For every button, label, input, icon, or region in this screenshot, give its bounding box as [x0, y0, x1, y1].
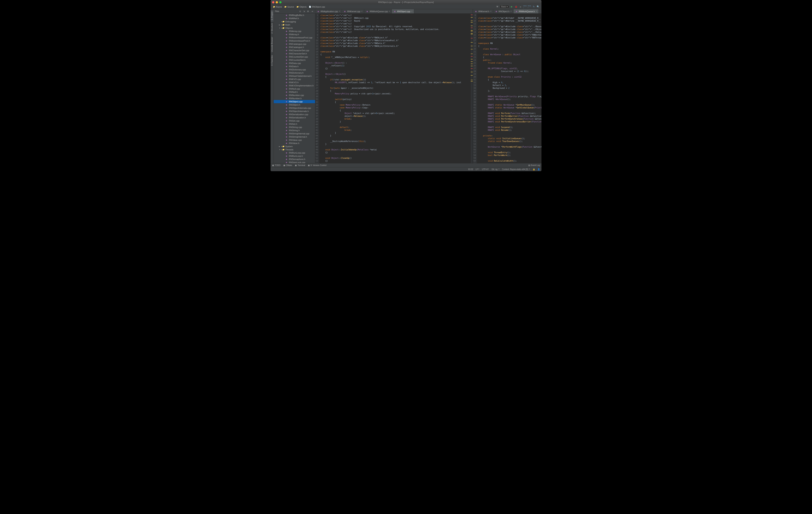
- code-line[interactable]: [320, 70, 470, 73]
- overview-marker[interactable]: [471, 75, 473, 76]
- code-line[interactable]: [478, 148, 542, 151]
- overview-marker[interactable]: [471, 72, 473, 72]
- debug-button[interactable]: 🐞: [514, 5, 518, 8]
- close-window-btn[interactable]: [272, 1, 274, 3]
- tree-file[interactable]: ◉RNRingBuffer.h: [274, 13, 315, 17]
- code-line[interactable]: [478, 109, 542, 112]
- bottom-tab[interactable]: ▣TODO: [272, 164, 281, 166]
- tree-file[interactable]: ◉RNSpinLock.cpp: [274, 161, 315, 163]
- code-line[interactable]: class=class="str">"pp">#include class="s…: [478, 36, 542, 39]
- code-line[interactable]: class=class="str">"pp">#include class="s…: [478, 34, 542, 36]
- close-tab-icon[interactable]: ×: [411, 10, 412, 12]
- code-line[interactable]: High = 0,: [478, 81, 542, 84]
- editor-tab[interactable]: ◉RNWorkQueue.h×: [514, 9, 539, 13]
- close-tab-icon[interactable]: ×: [490, 10, 492, 12]
- code-line[interactable]: RNAPI void Perform(Function &&function);: [478, 112, 542, 115]
- overview-marker[interactable]: [471, 33, 473, 34]
- code-line[interactable]: Background = 2: [478, 87, 542, 89]
- line-separator[interactable]: LF⇡: [475, 168, 480, 170]
- code-line[interactable]: break;: [320, 129, 470, 132]
- code-line[interactable]: {: [478, 45, 542, 48]
- left-code-area[interactable]: 1234567891011121314151617181920212223242…: [315, 13, 473, 163]
- code-line[interactable]: case MemoryPolicy::Retain:: [320, 104, 470, 106]
- code-line[interactable]: {}: [320, 151, 470, 154]
- build-button[interactable]: ⚒: [495, 5, 499, 8]
- panel-settings-icon[interactable]: ⚙: [306, 9, 310, 13]
- code-line[interactable]: static void InitializeQueues();: [478, 137, 542, 140]
- code-line[interactable]: }: [320, 143, 470, 145]
- tree-file[interactable]: ◉RNSemaphore.h: [274, 158, 315, 161]
- tree-file[interactable]: ◉RNCharacterSet.h: [274, 52, 315, 55]
- code-line[interactable]: RNAPI void Resume();: [478, 129, 542, 132]
- code-line[interactable]: _refCount(1): [320, 64, 470, 67]
- code-line[interactable]: friend class Kernel;: [478, 62, 542, 64]
- right-code[interactable]: class=class="str">"pp">#ifndef __RAYNE_W…: [477, 13, 542, 163]
- tree-file[interactable]: ◉RNArray.cpp: [274, 30, 315, 33]
- code-line[interactable]: [320, 162, 470, 163]
- code-line[interactable]: class=class="str">"pp">#ifndef __RAYNE_W…: [478, 17, 542, 20]
- code-line[interactable]: [320, 84, 470, 87]
- code-line[interactable]: class=class="str">"pp">#include class="s…: [320, 42, 470, 45]
- overview-marker[interactable]: [471, 81, 473, 82]
- tree-file[interactable]: ◉RNStringInternal.cpp: [274, 132, 315, 135]
- code-line[interactable]: class=class="str">"cmt">//: [320, 22, 470, 25]
- code-line[interactable]: [478, 50, 542, 53]
- tree-file[interactable]: ◉RNAutoreleasePool.cpp: [274, 36, 315, 39]
- tree-file[interactable]: ◉RNArray.h: [274, 33, 315, 36]
- breadcrumb-item[interactable]: 📄RNObject.cpp: [308, 5, 326, 8]
- overview-marker[interactable]: [471, 80, 473, 80]
- code-line[interactable]: Object::~Object(): [320, 73, 470, 76]
- code-line[interactable]: RNAPI void PerformBarrier(Function &&fun…: [478, 115, 542, 117]
- code-line[interactable]: [320, 145, 470, 148]
- left-code[interactable]: class=class="str">"cmt">//class=class="s…: [319, 13, 471, 163]
- editor-tab[interactable]: ◉RNKernel.cpp×: [342, 9, 364, 13]
- code-line[interactable]: [478, 14, 542, 17]
- zoom-window-btn[interactable]: [279, 1, 282, 3]
- event-log-tab[interactable]: ▤ Event Log: [528, 164, 540, 166]
- tree-file[interactable]: ◉RNData.h: [274, 65, 315, 68]
- code-line[interactable]: [478, 101, 542, 104]
- tree-file[interactable]: ◉RNValue.cpp: [274, 138, 315, 142]
- code-line[interactable]: RN_ASSERT(_refCount.load() <= 1, "refCou…: [320, 81, 470, 84]
- close-tab-icon[interactable]: ×: [389, 10, 390, 12]
- run-configuration[interactable]: Basic ▾: [500, 5, 509, 8]
- tree-file[interactable]: ◉RNData.cpp: [274, 62, 315, 65]
- overview-marker[interactable]: [471, 61, 473, 62]
- breadcrumb-item[interactable]: 📁Rayne: [272, 5, 283, 8]
- code-line[interactable]: {: [320, 101, 470, 104]
- tree-file[interactable]: ◉RNHashTableInternal.h: [274, 74, 315, 78]
- code-line[interactable]: [478, 132, 542, 134]
- code-line[interactable]: class=class="str">"cmt">// Unauthorized …: [320, 28, 470, 31]
- vcs-update-button[interactable]: VCS↓: [523, 5, 527, 8]
- code-line[interactable]: switch(policy): [320, 98, 470, 101]
- code-line[interactable]: {: [320, 89, 470, 92]
- code-line[interactable]: Concurrent = (1 << 0));: [478, 70, 542, 73]
- code-line[interactable]: {}: [320, 67, 470, 70]
- side-tab[interactable]: Unicode Browser: [270, 35, 273, 54]
- code-line[interactable]: private:: [478, 134, 542, 137]
- code-line[interactable]: object->Release();: [320, 115, 470, 117]
- code-line[interactable]: RNAPI void PerformSynchronousBarrier(Fun…: [478, 120, 542, 123]
- side-tab[interactable]: 0: Favorites: [270, 54, 273, 67]
- tree-file[interactable]: ◉RNKVO.h: [274, 81, 315, 84]
- tree-file[interactable]: ◉RNObject.h: [274, 103, 315, 106]
- code-line[interactable]: [478, 162, 542, 163]
- update-project-button[interactable]: ↻: [532, 5, 535, 8]
- breadcrumb-item[interactable]: 📁Source: [284, 5, 295, 8]
- tree-file[interactable]: ◉RNNumber.cpp: [274, 93, 315, 97]
- bottom-tab[interactable]: ▣CMake: [283, 164, 292, 166]
- bottom-tab[interactable]: ▣9: Version Control: [308, 164, 326, 166]
- close-tab-icon[interactable]: ×: [339, 10, 340, 12]
- code-line[interactable]: bool PerformWork();: [478, 154, 542, 157]
- overview-marker[interactable]: [471, 15, 473, 15]
- breadcrumb-item[interactable]: 📁Objects: [296, 5, 308, 8]
- code-line[interactable]: case MemoryPolicy::Copy:: [320, 106, 470, 109]
- panel-collapse-icon[interactable]: ⇲: [302, 9, 306, 13]
- code-line[interactable]: class=class="str">"cmt">//: [320, 31, 470, 34]
- tree-file[interactable]: ◉RNNumber.h: [274, 97, 315, 100]
- code-line[interactable]: [478, 143, 542, 145]
- side-tab[interactable]: 2: Structure: [270, 22, 273, 35]
- code-line[interactable]: void Object::InitialWakeUp(MetaClass *me…: [320, 148, 470, 151]
- tree-file[interactable]: ◉RNObject.cpp: [274, 100, 315, 103]
- overview-marker[interactable]: [471, 28, 473, 28]
